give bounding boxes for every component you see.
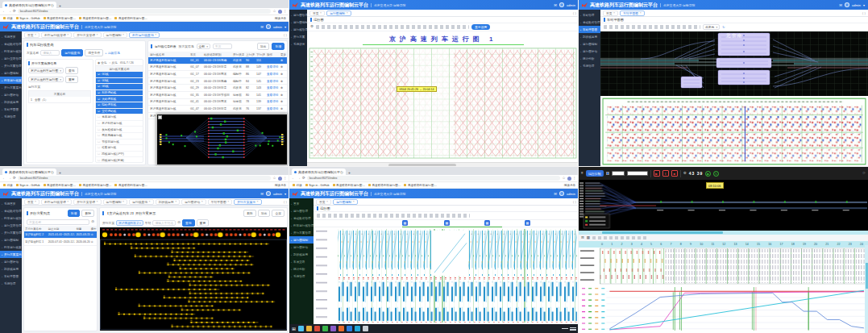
table-row[interactable]: 京沪高速列车 12020-07-01~2020-12-312020-06-20⊙ — [24, 239, 97, 246]
bookmark-item[interactable]: Sign in - GitHub — [16, 17, 40, 20]
sidebar-item[interactable]: 基础数据管理 — [0, 207, 22, 214]
popup-window-button[interactable] — [158, 115, 162, 119]
toolbar-icons-strip[interactable] — [592, 236, 649, 240]
sidebar-item[interactable]: 基础数据管理 — [0, 40, 22, 48]
sidebar-item[interactable]: 运行图编制 — [289, 19, 307, 26]
column-header[interactable]: 上行(列) — [244, 52, 255, 57]
taskbar-app-icon[interactable] — [314, 326, 320, 331]
sidebar-item[interactable]: 开行方案管理 — [289, 229, 314, 236]
plan-delete-button[interactable]: 删除 — [81, 210, 94, 217]
sidebar-item[interactable]: 列车运行线查询 — [0, 77, 22, 84]
column-header[interactable]: 开行状态 — [231, 52, 244, 57]
page-tab[interactable]: 运行图编制 — [326, 10, 351, 16]
sidebar-item[interactable]: 车底交路 — [289, 258, 314, 265]
name-input[interactable] — [40, 50, 60, 56]
page-tab[interactable]: 运行图编制 — [333, 199, 358, 205]
bookmark-item[interactable]: 高速铁路列车运行图… — [44, 17, 76, 20]
sidebar-item[interactable]: 运行交路管理 — [0, 55, 22, 62]
sidebar-item[interactable]: 首页 — [289, 200, 314, 207]
user-caret-icon[interactable]: ▾ — [284, 192, 286, 196]
address-bar[interactable]: localhost:8075/index — [307, 176, 561, 181]
query-button[interactable]: 运行线查询 — [61, 49, 83, 56]
tab-overflow-arrows[interactable]: ⟨ ⟩ — [573, 11, 576, 15]
page-tab[interactable]: 到发线运用 — [156, 199, 181, 205]
column-header[interactable]: 操作 — [265, 52, 279, 57]
back-icon[interactable]: ← — [292, 177, 296, 181]
tab-overflow-arrows[interactable]: ⟨ ⟩ — [284, 200, 287, 204]
anchor-icon[interactable]: ⊞ — [581, 236, 584, 240]
page-tab[interactable]: 首页 — [316, 199, 331, 205]
sidebar-item[interactable]: 运行图评估 — [289, 244, 314, 251]
page-tab[interactable]: 列车运行线管理 — [41, 199, 72, 205]
radio-invert[interactable]: ○ 反选 — [109, 61, 117, 65]
taskbar-app-icon[interactable] — [363, 326, 368, 331]
menu-icon[interactable]: ⋮ — [284, 10, 288, 14]
browser-tab[interactable]: 高速铁路列车运行图编制云平台 — [2, 2, 56, 8]
page-tab[interactable]: 首页 — [309, 10, 325, 16]
dense-diagram-canvas[interactable] — [314, 227, 579, 324]
list-item[interactable]: 跨线运行线(沪宁) — [96, 152, 143, 158]
notification-icon[interactable]: ✉ — [260, 192, 264, 196]
taskbar-app-icon[interactable] — [355, 326, 360, 331]
reading-list-button[interactable]: 阅读清单 — [275, 17, 286, 20]
plan-search-input[interactable] — [27, 219, 89, 225]
sidebar-item[interactable]: 开行方案管理 — [0, 62, 22, 69]
vertical-scrollbar[interactable] — [865, 245, 868, 333]
table-row[interactable]: 京沪高速列车运行线G1_4106:00~23:59/周末待审核 78139查看详… — [148, 98, 287, 106]
radio-all[interactable]: ◉ 全选 — [98, 61, 106, 65]
list-item[interactable]: 周末高峰运行线 — [96, 133, 143, 139]
sidebar-item[interactable]: 运行图编制 — [579, 40, 600, 48]
scrollbar-thumb[interactable] — [866, 263, 868, 289]
bookmark-item[interactable]: 已读 — [3, 17, 13, 20]
save-icon[interactable]: ⚙ — [310, 25, 314, 29]
add-button[interactable]: 新增 — [272, 43, 284, 50]
back-icon[interactable]: ← — [2, 177, 6, 181]
export-button[interactable]: 导出 — [258, 210, 271, 217]
bookmark-item[interactable]: 高速铁路列车运行图… — [79, 184, 111, 187]
sidebar-item[interactable]: 开行方案 — [289, 33, 307, 40]
notification-icon[interactable]: ✉ — [260, 25, 264, 29]
taskbar-app-icon[interactable] — [330, 326, 336, 331]
bookmark-item[interactable]: 高速铁路列车运行图… — [44, 184, 76, 187]
station-track-canvas[interactable]: 北京南 — [600, 31, 868, 96]
filter-select[interactable]: 全部 — [197, 44, 210, 49]
user-avatar[interactable] — [559, 191, 564, 196]
trainno-input[interactable] — [213, 44, 232, 49]
param-field-1[interactable] — [612, 171, 625, 176]
sidebar-item[interactable]: 运行图评估 — [0, 258, 22, 265]
bookmark-item[interactable]: 已读 — [3, 184, 13, 187]
loop-icon[interactable]: ↻ — [713, 171, 719, 177]
menu-icon[interactable]: ⋮ — [573, 177, 577, 181]
sidebar-item[interactable]: 到发线运用 — [0, 98, 22, 106]
sidebar-item[interactable]: 系统设置 — [289, 40, 307, 48]
plan-tag[interactable]: 京沪高速列车 2 × — [116, 220, 143, 226]
table-row[interactable]: 京沪高速列车运行线G1_2306:00~23:59/高峰编制中 84145查看详… — [148, 77, 287, 85]
list-item[interactable]: 节假日运行线 — [96, 139, 143, 146]
refresh-link[interactable]: ↻ — [722, 25, 725, 29]
reload-icon[interactable]: ⟳ — [13, 10, 16, 14]
sidebar-item[interactable]: 列车运行线查询 — [0, 244, 22, 251]
bookmark-item[interactable]: 已读 — [293, 184, 302, 187]
sidebar-item[interactable]: 基础数据管理 — [289, 214, 314, 222]
advanced-filter-link[interactable]: + 高级筛选 — [105, 51, 119, 55]
sidebar-item[interactable]: 列车运行线管理 — [0, 214, 22, 222]
sidebar-item[interactable]: 系统管理 — [0, 280, 22, 287]
browser-tab[interactable]: 高速铁路列车运行图编制云平台 — [292, 169, 346, 175]
query-button[interactable]: 查询 — [182, 219, 195, 227]
run-control-button[interactable]: 运行控制 — [586, 170, 604, 177]
forward-icon[interactable]: → — [8, 10, 12, 14]
list-item[interactable]: 跨线运行线(京津) — [96, 157, 143, 162]
list-item[interactable]: 标杆停站线 — [96, 90, 143, 97]
bookmark-item[interactable]: 高速铁路列车运行图… — [368, 184, 401, 187]
bookmark-item[interactable]: Sign in - GitHub — [16, 184, 40, 187]
bookmark-item[interactable]: 高速铁路列车运行图… — [114, 17, 147, 20]
reload-icon[interactable]: ⟳ — [302, 177, 305, 181]
sidebar-item[interactable]: 车站平面图 — [0, 106, 22, 113]
sidebar-item[interactable]: 运行线管理 — [289, 26, 307, 33]
bookmark-item[interactable]: 高速铁路列车运行图… — [333, 184, 365, 187]
sidebar-item[interactable]: 运行交路管理 — [0, 222, 22, 229]
diagram-select-2[interactable]: 京沪高速列车运行图 — [28, 77, 64, 82]
station-input[interactable] — [152, 220, 176, 226]
user-name[interactable]: admin — [273, 192, 282, 196]
user-avatar[interactable] — [559, 2, 564, 7]
